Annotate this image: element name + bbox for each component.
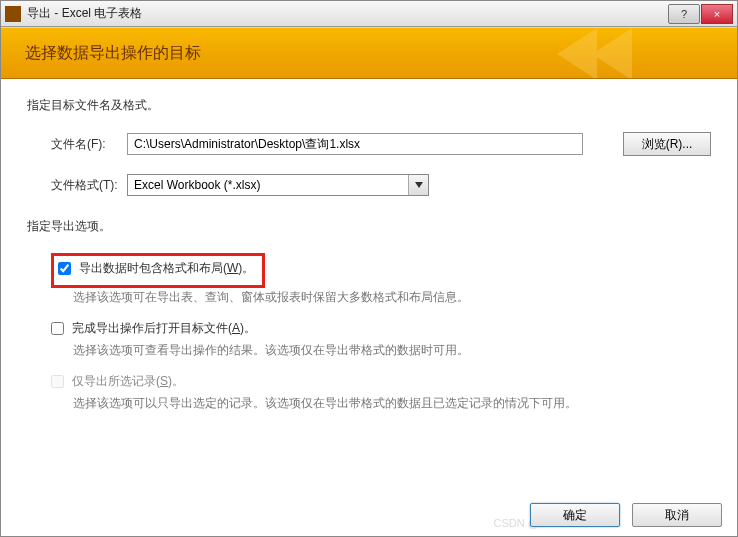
option-open-after-checkbox[interactable] bbox=[51, 322, 64, 335]
option-include-format-checkbox[interactable] bbox=[58, 262, 71, 275]
fileformat-row: 文件格式(T): bbox=[27, 174, 711, 196]
option-open-after: 完成导出操作后打开目标文件(A)。 选择该选项可查看导出操作的结果。该选项仅在导… bbox=[27, 320, 711, 359]
help-button[interactable]: ? bbox=[668, 4, 700, 24]
option-include-format-label[interactable]: 导出数据时包含格式和布局(W)。 bbox=[79, 260, 254, 277]
window-buttons: ? × bbox=[667, 4, 733, 24]
close-button[interactable]: × bbox=[701, 4, 733, 24]
wizard-banner: 选择数据导出操作的目标 bbox=[1, 27, 737, 79]
fileformat-select[interactable] bbox=[127, 174, 429, 196]
titlebar: 导出 - Excel 电子表格 ? × bbox=[1, 1, 737, 27]
banner-arrow-decoration bbox=[557, 28, 677, 79]
highlight-box: 导出数据时包含格式和布局(W)。 bbox=[51, 253, 265, 288]
option-include-format-desc: 选择该选项可在导出表、查询、窗体或报表时保留大多数格式和布局信息。 bbox=[73, 288, 711, 306]
target-file-section-label: 指定目标文件名及格式。 bbox=[27, 97, 711, 114]
option-include-format: 导出数据时包含格式和布局(W)。 选择该选项可在导出表、查询、窗体或报表时保留大… bbox=[27, 253, 711, 306]
filename-label: 文件名(F): bbox=[51, 136, 127, 153]
option-selected-only-desc: 选择该选项可以只导出选定的记录。该选项仅在导出带格式的数据且已选定记录的情况下可… bbox=[73, 394, 711, 412]
export-options-label: 指定导出选项。 bbox=[27, 218, 711, 235]
app-icon bbox=[5, 6, 21, 22]
export-options-section: 指定导出选项。 导出数据时包含格式和布局(W)。 选择该选项可在导出表、查询、窗… bbox=[27, 218, 711, 412]
window-title: 导出 - Excel 电子表格 bbox=[27, 5, 667, 22]
footer-buttons: 确定 取消 bbox=[530, 503, 722, 527]
content-area: 指定目标文件名及格式。 文件名(F): 浏览(R)... 文件格式(T): 指定… bbox=[1, 79, 737, 434]
fileformat-label: 文件格式(T): bbox=[51, 177, 127, 194]
option-selected-only-label: 仅导出所选记录(S)。 bbox=[72, 373, 184, 390]
browse-button[interactable]: 浏览(R)... bbox=[623, 132, 711, 156]
option-selected-only: 仅导出所选记录(S)。 选择该选项可以只导出选定的记录。该选项仅在导出带格式的数… bbox=[27, 373, 711, 412]
fileformat-select-wrap[interactable] bbox=[127, 174, 429, 196]
wizard-title: 选择数据导出操作的目标 bbox=[25, 43, 201, 64]
filename-input[interactable] bbox=[127, 133, 583, 155]
option-open-after-label[interactable]: 完成导出操作后打开目标文件(A)。 bbox=[72, 320, 256, 337]
filename-row: 文件名(F): 浏览(R)... bbox=[27, 132, 711, 156]
option-selected-only-checkbox bbox=[51, 375, 64, 388]
cancel-button[interactable]: 取消 bbox=[632, 503, 722, 527]
ok-button[interactable]: 确定 bbox=[530, 503, 620, 527]
option-open-after-desc: 选择该选项可查看导出操作的结果。该选项仅在导出带格式的数据时可用。 bbox=[73, 341, 711, 359]
